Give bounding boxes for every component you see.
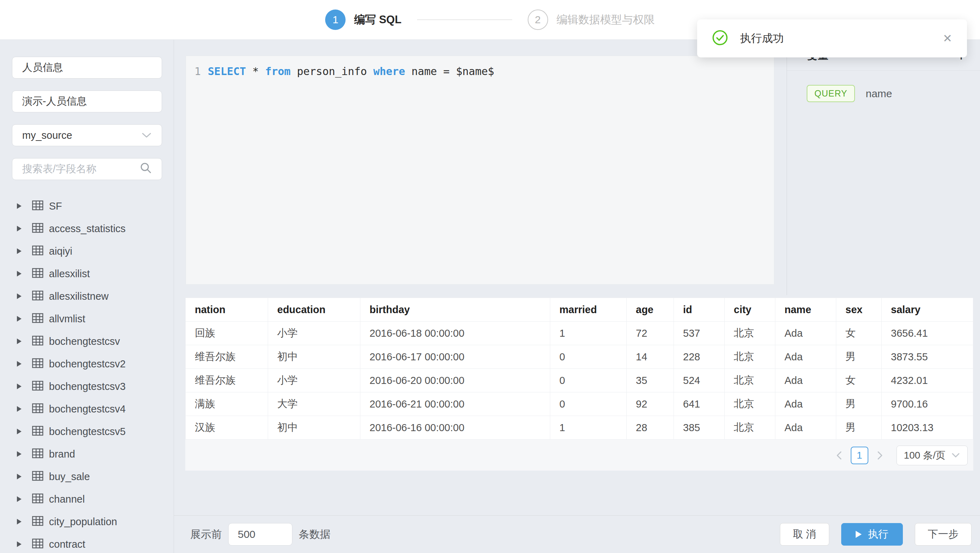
column-header: age — [627, 298, 674, 322]
results-table: nation education birthday married age id… — [185, 298, 973, 440]
caret-right-icon[interactable] — [17, 406, 21, 412]
tree-item-aiqiyi[interactable]: aiqiyi — [12, 240, 162, 262]
check-circle-icon — [712, 30, 728, 47]
cancel-label: 取 消 — [793, 527, 816, 541]
caret-right-icon[interactable] — [17, 541, 21, 547]
footer-bar: 展示前 500 条数据 取 消 执行 下一步 — [174, 515, 980, 553]
tree-item-SF[interactable]: SF — [12, 195, 162, 217]
column-header: birthday — [360, 298, 550, 322]
table-cell: Ada — [775, 393, 836, 416]
tree-item-label: bochengtestcsv4 — [49, 403, 126, 415]
tree-item-label: bochengtestcsv — [49, 336, 120, 347]
table-icon — [32, 358, 43, 369]
tree-item-label: brand — [49, 448, 75, 460]
execute-button[interactable]: 执行 — [841, 523, 903, 546]
tree-item-label: allesxilist — [49, 268, 90, 280]
chevron-down-icon — [951, 452, 960, 459]
tree-item-brand[interactable]: brand — [12, 443, 162, 465]
table-icon — [32, 291, 43, 302]
table-cell: 2016-06-17 00:00:00 — [360, 345, 550, 369]
close-icon[interactable]: ✕ — [943, 32, 952, 45]
caret-right-icon[interactable] — [17, 384, 21, 389]
step-1-label: 编写 SQL — [354, 12, 401, 27]
table-search-placeholder: 搜索表/字段名称 — [22, 162, 97, 176]
table-cell: Ada — [775, 322, 836, 345]
tree-item-bochengtestcsv[interactable]: bochengtestcsv — [12, 330, 162, 353]
limit-prefix-label: 展示前 — [190, 527, 222, 542]
tree-item-channel[interactable]: channel — [12, 488, 162, 510]
table-cell: 初中 — [268, 345, 360, 369]
tree-item-access-statistics[interactable]: access_statistics — [12, 217, 162, 240]
tree-item-allesxilistnew[interactable]: allesxilistnew — [12, 285, 162, 307]
caret-right-icon[interactable] — [17, 293, 21, 299]
column-header: city — [725, 298, 775, 322]
caret-right-icon[interactable] — [17, 271, 21, 276]
table-cell: 72 — [627, 322, 674, 345]
table-tree: SF access_statistics aiqiyi allesxilist … — [12, 195, 162, 553]
next-page-icon[interactable] — [872, 451, 888, 460]
sql-keyword: from — [265, 65, 291, 78]
table-cell: 小学 — [268, 322, 360, 345]
page-size-select[interactable]: 100 条/页 — [897, 446, 968, 465]
caret-right-icon[interactable] — [17, 316, 21, 322]
step-2-number: 2 — [535, 14, 541, 26]
sql-text: name = $name$ — [405, 65, 494, 78]
caret-right-icon[interactable] — [17, 338, 21, 344]
variable-type-badge: QUERY — [807, 85, 855, 102]
tree-item-label: buy_sale — [49, 471, 90, 483]
table-cell: 35 — [627, 369, 674, 393]
tree-item-bochengtestcsv3[interactable]: bochengtestcsv3 — [12, 375, 162, 398]
next-step-button[interactable]: 下一步 — [915, 523, 972, 546]
table-cell: 228 — [674, 345, 725, 369]
table-header-row: nation education birthday married age id… — [186, 298, 973, 322]
tree-item-city-population[interactable]: city_population — [12, 510, 162, 533]
table-cell: 北京 — [725, 393, 775, 416]
tree-item-bochengtestcsv4[interactable]: bochengtestcsv4 — [12, 398, 162, 420]
table-cell: 0 — [550, 369, 627, 393]
step-1-number: 1 — [332, 14, 339, 26]
table-icon — [32, 200, 43, 212]
table-cell: 维吾尔族 — [186, 345, 268, 369]
tree-item-label: aiqiyi — [49, 246, 72, 257]
dataset-display-name-input[interactable]: 演示-人员信息 — [12, 91, 162, 112]
table-cell: 0 — [550, 345, 627, 369]
cancel-button[interactable]: 取 消 — [780, 523, 829, 546]
caret-right-icon[interactable] — [17, 496, 21, 502]
table-cell: Ada — [775, 369, 836, 393]
sql-editor[interactable]: 1 SELECT * from person_info where name =… — [186, 56, 774, 284]
table-cell: 女 — [836, 322, 882, 345]
caret-right-icon[interactable] — [17, 519, 21, 524]
step-1-circle: 1 — [325, 10, 345, 30]
caret-right-icon[interactable] — [17, 451, 21, 457]
table-cell: Ada — [775, 416, 836, 440]
tree-item-allesxilist[interactable]: allesxilist — [12, 262, 162, 285]
caret-right-icon[interactable] — [17, 474, 21, 479]
column-header: nation — [186, 298, 268, 322]
caret-right-icon[interactable] — [17, 203, 21, 209]
caret-right-icon[interactable] — [17, 361, 21, 367]
tree-item-bochengtestcsv2[interactable]: bochengtestcsv2 — [12, 353, 162, 375]
tree-item-allvmlist[interactable]: allvmlist — [12, 307, 162, 330]
table-icon — [32, 336, 43, 347]
sql-text: person_info — [291, 65, 374, 78]
table-search-input[interactable]: 搜索表/字段名称 — [12, 158, 162, 180]
dataset-name-input[interactable]: 人员信息 — [12, 57, 162, 79]
table-cell: 9700.16 — [882, 393, 973, 416]
caret-right-icon[interactable] — [17, 248, 21, 254]
variable-item[interactable]: QUERY name — [807, 85, 980, 102]
caret-right-icon[interactable] — [17, 429, 21, 434]
caret-right-icon[interactable] — [17, 226, 21, 231]
table-cell: 10203.13 — [882, 416, 973, 440]
datasource-select[interactable]: my_source — [12, 124, 162, 146]
table-cell: 初中 — [268, 416, 360, 440]
table-icon — [32, 493, 43, 505]
tree-item-buy-sale[interactable]: buy_sale — [12, 465, 162, 488]
prev-page-icon[interactable] — [831, 451, 847, 460]
row-limit-input[interactable]: 500 — [228, 523, 293, 546]
stepper: 1 编写 SQL 2 编辑数据模型与权限 — [325, 10, 654, 30]
tree-item-contract[interactable]: contract — [12, 533, 162, 553]
tree-item-label: city_population — [49, 516, 117, 528]
tree-item-bochengtestcsv5[interactable]: bochengtestcsv5 — [12, 420, 162, 443]
tree-item-label: bochengtestcsv5 — [49, 426, 126, 437]
current-page-button[interactable]: 1 — [851, 447, 868, 464]
